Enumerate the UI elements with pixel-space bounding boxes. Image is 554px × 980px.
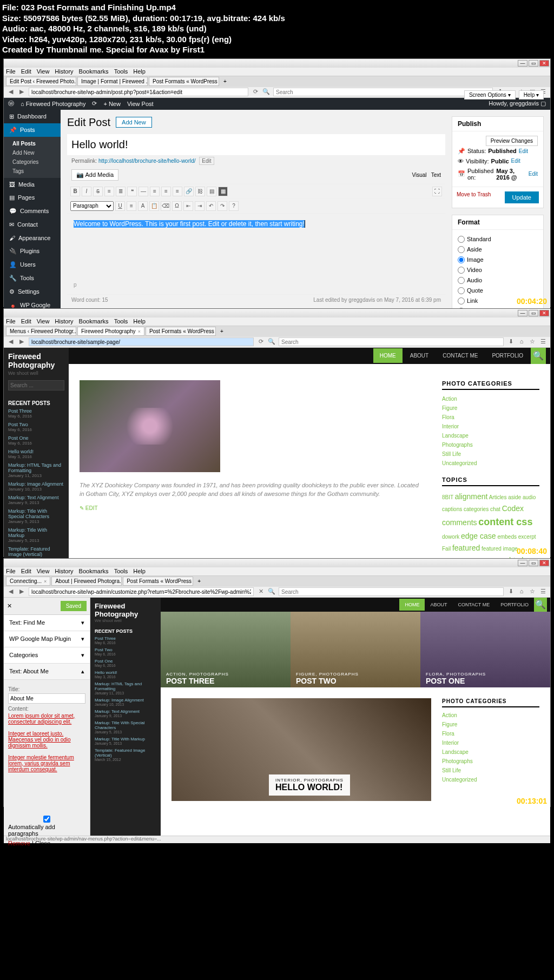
sidebar-media[interactable]: 🖼 Media [4, 178, 61, 191]
help-button[interactable]: Help ▾ [519, 90, 544, 100]
text-tab[interactable]: Text [431, 172, 441, 178]
browser-tab[interactable]: Post Formats « WordPress ...× [146, 327, 216, 336]
nav-portfolio[interactable]: PORTFOLIO [485, 348, 530, 363]
screen-options-button[interactable]: Screen Options ▾ [464, 90, 516, 100]
browser-tab[interactable]: Fireweed Photography× [77, 327, 144, 336]
nav-home[interactable]: HOME [399, 599, 425, 611]
hero-card[interactable]: ACTION, PHOTOGRAPHSPOST THREE [161, 612, 291, 687]
new-link[interactable]: + New [103, 101, 121, 107]
strike-icon[interactable]: S̶ [93, 187, 103, 196]
sidebar-tools[interactable]: 🔧 Tools [4, 272, 61, 285]
search-icon[interactable]: 🔍 [531, 348, 546, 364]
sidebar-dashboard[interactable]: ⊞ Dashboard [4, 110, 61, 123]
sidebar-contact[interactable]: ✉ Contact [4, 218, 61, 231]
unlink-icon[interactable]: ⛓ [195, 187, 205, 196]
add-media-button[interactable]: 📷 Add Media [71, 169, 118, 181]
wp-logo-icon[interactable]: ⓦ [8, 100, 14, 108]
status-edit[interactable]: Edit [519, 148, 528, 154]
hero-card[interactable]: FIGURE, PHOTOGRAPHSPOST TWO [291, 612, 420, 687]
hero-card[interactable]: FLORA, PHOTOGRAPHSPOST ONE [420, 612, 550, 687]
back-icon[interactable]: ◀ [7, 88, 15, 96]
site-title[interactable]: Fireweed Photography [8, 352, 64, 369]
sidebar-all-posts[interactable]: All Posts [4, 139, 61, 148]
address-input[interactable] [29, 587, 254, 596]
sidebar-comments[interactable]: 💬 Comments [4, 204, 61, 218]
visibility-edit[interactable]: Edit [511, 158, 520, 164]
saved-button[interactable]: Saved [61, 601, 87, 611]
address-input[interactable] [29, 88, 248, 96]
search-input[interactable] [279, 587, 504, 596]
close-button[interactable]: ✕ [539, 310, 549, 316]
align-center-icon[interactable]: ≡ [161, 187, 171, 196]
format-radio[interactable] [458, 246, 465, 253]
reload-icon[interactable]: ⟳ [257, 338, 265, 346]
redo-icon[interactable]: ↷ [217, 201, 227, 211]
maximize-button[interactable]: ▭ [529, 310, 538, 316]
menu-bookmarks[interactable]: Bookmarks [79, 68, 109, 75]
toolbar-toggle-icon[interactable]: ▦ [218, 187, 228, 196]
fullscreen-icon[interactable]: ⛶ [432, 187, 442, 196]
browser-tab[interactable]: Menus ‹ Fireweed Photogr...× [6, 327, 76, 336]
nav-about[interactable]: ABOUT [425, 599, 452, 611]
address-input[interactable] [29, 337, 254, 346]
sidebar-categories[interactable]: Categories [4, 157, 61, 167]
sidebar-add-new[interactable]: Add New [4, 148, 61, 157]
minimize-button[interactable]: — [518, 60, 527, 67]
paste-icon[interactable]: 📋 [149, 201, 159, 211]
menu-file[interactable]: File [6, 68, 16, 75]
permalink-link[interactable]: http://localhost/brochure-site/hello-wor… [98, 158, 196, 164]
browser-tab[interactable]: Connecting...× [6, 577, 50, 586]
howdy-user[interactable]: Howdy, greggdavis [489, 100, 539, 107]
browser-tab[interactable]: Post Formats « WordPress ...× [123, 577, 193, 586]
nav-contact[interactable]: CONTACT ME [452, 599, 495, 611]
editor-content[interactable]: Welcome to WordPress. This is your first… [67, 214, 445, 294]
format-radio[interactable] [458, 287, 465, 294]
search-input[interactable] [8, 380, 64, 390]
sidebar-users[interactable]: 👤 Users [4, 258, 61, 272]
format-radio[interactable] [458, 297, 465, 304]
menu-help[interactable]: Help [133, 68, 146, 75]
sidebar-appearance[interactable]: 🖌 Appearance [4, 231, 61, 244]
nav-portfolio[interactable]: PORTFOLIO [495, 599, 534, 611]
move-trash-link[interactable]: Move to Trash [457, 191, 491, 203]
new-tab-button[interactable]: + [194, 578, 204, 584]
align-right-icon[interactable]: ≡ [173, 187, 182, 196]
back-icon[interactable]: ◀ [7, 588, 15, 595]
menu-tools[interactable]: Tools [114, 68, 128, 75]
post-title-input[interactable] [67, 134, 445, 156]
stop-icon[interactable]: ✕ [257, 588, 265, 595]
paragraph-select[interactable]: Paragraph [70, 201, 114, 211]
menu-edit[interactable]: Edit [21, 68, 31, 75]
format-radio[interactable] [458, 267, 465, 274]
section-gmap[interactable]: WP Google Map Plugin▾ [4, 631, 90, 647]
ol-icon[interactable]: ≣ [116, 187, 126, 196]
section-findme[interactable]: Text: Find Me▾ [4, 615, 90, 631]
sidebar-tags[interactable]: Tags [4, 167, 61, 176]
search-input[interactable] [273, 88, 493, 96]
format-radio[interactable] [458, 256, 465, 263]
browser-tab[interactable]: Edit Post ‹ Fireweed Photo...× [6, 77, 76, 86]
search-input[interactable] [279, 337, 504, 346]
edit-link[interactable]: ✎ EDIT [80, 505, 420, 511]
nav-contact[interactable]: CONTACT ME [436, 348, 484, 363]
menu-view[interactable]: View [37, 68, 50, 75]
forward-icon[interactable]: ▶ [18, 88, 25, 96]
update-button[interactable]: Update [505, 191, 539, 203]
browser-tab[interactable]: Image | Format | Fireweed ...× [77, 77, 148, 86]
minimize-button[interactable]: — [518, 310, 527, 316]
clear-icon[interactable]: ⌫ [161, 201, 170, 211]
more-icon[interactable]: ▤ [207, 187, 216, 196]
undo-icon[interactable]: ↶ [206, 201, 216, 211]
indent-icon[interactable]: ⇥ [195, 201, 205, 211]
preview-button[interactable]: Preview Changes [486, 136, 538, 146]
back-icon[interactable]: ◀ [7, 338, 15, 346]
new-tab-button[interactable]: + [220, 78, 230, 84]
quote-icon[interactable]: ❝ [127, 187, 137, 196]
sidebar-plugins[interactable]: 🔌 Plugins [4, 244, 61, 258]
section-aboutme[interactable]: Text: About Me▴ [4, 664, 90, 680]
sidebar-pages[interactable]: ▤ Pages [4, 191, 61, 204]
permalink-edit-button[interactable]: Edit [199, 157, 214, 165]
help-icon[interactable]: ? [229, 201, 239, 211]
format-radio[interactable] [458, 277, 465, 284]
date-edit[interactable]: Edit [529, 171, 538, 177]
